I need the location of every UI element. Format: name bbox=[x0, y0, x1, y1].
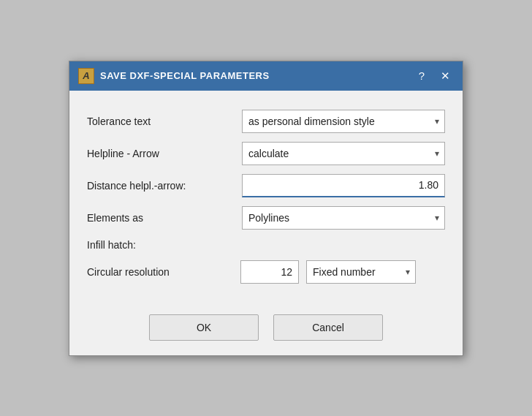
helpline-label: Helpline - Arrow bbox=[87, 148, 233, 159]
cancel-button[interactable]: Cancel bbox=[273, 314, 383, 341]
helpline-select-wrapper: calculate fixed none bbox=[242, 142, 445, 165]
tolerance-control: as personal dimension style standard cus… bbox=[242, 110, 445, 133]
tolerance-select[interactable]: as personal dimension style standard cus… bbox=[242, 110, 445, 133]
helpline-select[interactable]: calculate fixed none bbox=[242, 142, 445, 165]
help-button[interactable]: ? bbox=[413, 67, 430, 85]
elements-select-wrapper: Polylines Lines Splines bbox=[242, 206, 445, 230]
circular-label: Circular resolution bbox=[87, 266, 233, 278]
infill-label: Infill hatch: bbox=[87, 239, 233, 251]
dialog-title: SAVE DXF-SPECIAL PARAMETERS bbox=[100, 70, 407, 81]
elements-control: Polylines Lines Splines bbox=[242, 206, 445, 230]
distance-row: Distance helpl.-arrow: bbox=[87, 170, 445, 202]
helpline-control: calculate fixed none bbox=[242, 142, 445, 165]
dialog-body: Tolerance text as personal dimension sty… bbox=[69, 91, 463, 303]
circular-type-select[interactable]: Fixed number By angle Auto bbox=[306, 260, 416, 284]
distance-control bbox=[242, 174, 445, 197]
elements-select[interactable]: Polylines Lines Splines bbox=[242, 206, 445, 230]
title-bar: A SAVE DXF-SPECIAL PARAMETERS ? ✕ bbox=[69, 61, 463, 91]
tolerance-select-wrapper: as personal dimension style standard cus… bbox=[242, 110, 445, 133]
dialog-icon: A bbox=[78, 68, 94, 84]
button-row: OK Cancel bbox=[69, 303, 463, 355]
circular-row: Circular resolution Fixed number By angl… bbox=[87, 256, 445, 288]
close-button[interactable]: ✕ bbox=[436, 67, 454, 85]
elements-row: Elements as Polylines Lines Splines bbox=[87, 202, 445, 234]
tolerance-row: Tolerance text as personal dimension sty… bbox=[87, 105, 445, 137]
circular-type-select-wrapper: Fixed number By angle Auto bbox=[306, 260, 416, 284]
circular-input[interactable] bbox=[240, 260, 299, 284]
ok-button[interactable]: OK bbox=[149, 314, 259, 341]
distance-input[interactable] bbox=[242, 174, 445, 197]
distance-label: Distance helpl.-arrow: bbox=[87, 180, 233, 192]
elements-label: Elements as bbox=[87, 212, 233, 224]
tolerance-label: Tolerance text bbox=[87, 116, 233, 127]
infill-row: Infill hatch: bbox=[87, 234, 445, 256]
helpline-row: Helpline - Arrow calculate fixed none bbox=[87, 137, 445, 170]
dialog: A SAVE DXF-SPECIAL PARAMETERS ? ✕ Tolera… bbox=[69, 61, 463, 356]
